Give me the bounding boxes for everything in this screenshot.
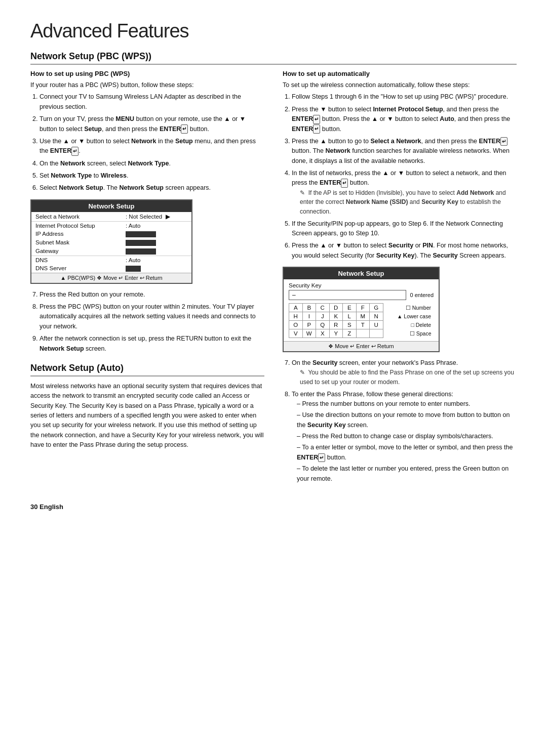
key-J: J bbox=[316, 312, 330, 321]
key-B: B bbox=[302, 304, 316, 312]
key-R: R bbox=[329, 321, 343, 329]
table-row: DNS : Auto bbox=[31, 256, 191, 264]
row-value: : Not Selected ▶ bbox=[122, 212, 191, 222]
pbc-intro: If your router has a PBC (WPS) button, f… bbox=[30, 80, 264, 90]
table-row: IP Address bbox=[31, 230, 191, 238]
network-setup-auto-section: Network Setup (Auto) Most wireless netwo… bbox=[30, 363, 264, 450]
network-setup-box: Network Setup Select a Network : Not Sel… bbox=[30, 199, 192, 284]
pbc-step-2: Turn on your TV, press the MENU button o… bbox=[40, 114, 264, 134]
key-count: 0 entered bbox=[410, 292, 434, 298]
row-value bbox=[122, 230, 191, 238]
dash-item-1: Press the number buttons on your remote … bbox=[297, 399, 517, 409]
network-setup-box-header: Network Setup bbox=[31, 200, 191, 212]
key-bar: – 0 entered bbox=[289, 290, 434, 300]
key-S: S bbox=[343, 321, 357, 329]
row-label: Internet Protocol Setup bbox=[31, 221, 122, 230]
key-X: X bbox=[316, 329, 330, 338]
key-E: E bbox=[343, 304, 357, 312]
table-row: Internet Protocol Setup : Auto bbox=[31, 221, 191, 230]
auto-step-8: To enter the Pass Phrase, follow these g… bbox=[292, 390, 517, 484]
pbc-steps-list: Connect your TV to Samsung Wireless LAN … bbox=[30, 92, 264, 193]
key-L: L bbox=[343, 312, 357, 321]
auto-step-1: Follow Steps 1 through 6 in the "How to … bbox=[292, 92, 517, 102]
table-row: Subnet Mask bbox=[31, 238, 191, 247]
key-T: T bbox=[356, 321, 370, 329]
row-value: : Auto bbox=[122, 221, 191, 230]
dash-item-4: To a enter letter or symbol, move to the… bbox=[297, 443, 517, 463]
note-step4: ✎ If the AP is set to Hidden (Invisible)… bbox=[292, 188, 517, 217]
section2-title: Network Setup (Auto) bbox=[30, 363, 264, 376]
keyboard-row-3: O P Q R S T U □ Delete bbox=[289, 321, 434, 329]
auto-step-2: Press the ▼ button to select Internet Pr… bbox=[292, 105, 517, 134]
table-row: DNS Server bbox=[31, 264, 191, 273]
row-label: DNS Server bbox=[31, 264, 122, 273]
page-lang: English bbox=[40, 503, 63, 511]
pbc-step-8: Press the PBC (WPS) button on your route… bbox=[40, 302, 264, 331]
row-value bbox=[122, 264, 191, 273]
auto-step-4: In the list of networks, press the ▲ or … bbox=[292, 169, 517, 217]
key-Q: Q bbox=[316, 321, 330, 329]
auto-step-5: If the Security/PIN pop-up appears, go t… bbox=[292, 219, 517, 239]
key-A: A bbox=[289, 304, 303, 312]
key-W: W bbox=[302, 329, 316, 338]
security-body: Security Key – 0 entered A B C D E F G ☐… bbox=[284, 279, 439, 341]
key-input-area: – bbox=[289, 290, 406, 300]
key-Y: Y bbox=[329, 329, 343, 338]
page-title: Advanced Features bbox=[30, 20, 517, 42]
dash-list: Press the number buttons on your remote … bbox=[292, 399, 517, 484]
pbc-step-9: After the network connection is set up, … bbox=[40, 334, 264, 354]
page-num-text: 30 bbox=[30, 503, 37, 511]
col-right: How to set up automatically To set up th… bbox=[283, 70, 517, 488]
col-left: How to set up using PBC (WPS) If your ro… bbox=[30, 70, 264, 488]
pbc-step-4: On the Network screen, select Network Ty… bbox=[40, 159, 264, 169]
security-setup-box: Network Setup Security Key – 0 entered A… bbox=[283, 267, 440, 352]
network-setup-box-footer: ▲ PBC(WPS) ❖ Move ↵ Enter ↩ Return bbox=[31, 273, 191, 283]
key-blank2 bbox=[370, 329, 383, 338]
pbc-step-5: Set Network Type to Wireless. bbox=[40, 171, 264, 181]
row-value bbox=[122, 238, 191, 247]
security-box-footer: ❖ Move ↵ Enter ↩ Return bbox=[284, 341, 439, 351]
dash-item-5: To delete the last letter or number you … bbox=[297, 464, 517, 484]
keyboard-grid: A B C D E F G ☐ Number H I J K L bbox=[289, 303, 434, 338]
dash-item-3: Press the Red button to change case or d… bbox=[297, 432, 517, 441]
security-setup-box-header: Network Setup bbox=[284, 268, 439, 279]
auto-step-3: Press the ▲ button to go to Select a Net… bbox=[292, 137, 517, 166]
key-M: M bbox=[356, 312, 370, 321]
row-label: Select a Network bbox=[31, 212, 122, 222]
pbc-step-1: Connect your TV to Samsung Wireless LAN … bbox=[40, 92, 264, 112]
key-O: O bbox=[289, 321, 303, 329]
table-row: Select a Network : Not Selected ▶ bbox=[31, 212, 191, 222]
auto-steps-list-cont: On the Security screen, enter your netwo… bbox=[283, 358, 517, 484]
auto-steps-list: Follow Steps 1 through 6 in the "How to … bbox=[283, 92, 517, 261]
side-label-delete: □ Delete bbox=[383, 321, 434, 329]
note-step7: ✎ You should be able to find the Pass Ph… bbox=[292, 368, 517, 387]
keyboard-row-4: V W X Y Z ☐ Space bbox=[289, 329, 434, 338]
key-V: V bbox=[289, 329, 303, 338]
auto-intro: To set up the wireless connection automa… bbox=[283, 80, 517, 90]
key-K: K bbox=[329, 312, 343, 321]
key-F: F bbox=[356, 304, 370, 312]
pbc-step-7: Press the Red button on your remote. bbox=[40, 290, 264, 300]
key-G: G bbox=[370, 304, 383, 312]
network-setup-table: Select a Network : Not Selected ▶ Intern… bbox=[31, 212, 191, 273]
key-Z: Z bbox=[343, 329, 357, 338]
key-H: H bbox=[289, 312, 303, 321]
keyboard-row-1: A B C D E F G ☐ Number bbox=[289, 304, 434, 312]
key-I: I bbox=[302, 312, 316, 321]
section2-description: Most wireless networks have an optional … bbox=[30, 382, 264, 450]
side-label-space: ☐ Space bbox=[383, 329, 434, 338]
table-row: Gateway bbox=[31, 247, 191, 256]
pbc-step-3: Use the ▲ or ▼ button to select Network … bbox=[40, 137, 264, 156]
keyboard-row-2: H I J K L M N ▲ Lower case bbox=[289, 312, 434, 321]
page-number: 30 English bbox=[30, 503, 517, 511]
pbc-steps-list-cont: Press the Red button on your remote. Pre… bbox=[30, 290, 264, 354]
key-D: D bbox=[329, 304, 343, 312]
key-N: N bbox=[370, 312, 383, 321]
side-label-number: ☐ Number bbox=[383, 304, 434, 312]
security-key-label: Security Key bbox=[289, 282, 434, 288]
pbc-step-6: Select Network Setup. The Network Setup … bbox=[40, 183, 264, 193]
row-label: Gateway bbox=[31, 247, 122, 256]
key-P: P bbox=[302, 321, 316, 329]
auto-subsection-title: How to set up automatically bbox=[283, 70, 517, 77]
pbc-subsection-title: How to set up using PBC (WPS) bbox=[30, 70, 264, 77]
